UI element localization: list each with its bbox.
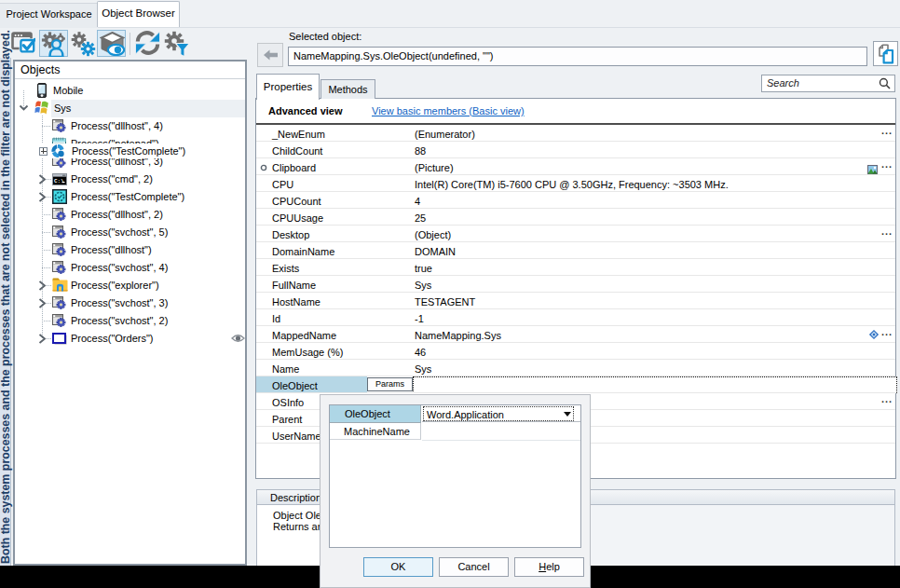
svg-text:C:\: C:\ — [54, 178, 64, 185]
